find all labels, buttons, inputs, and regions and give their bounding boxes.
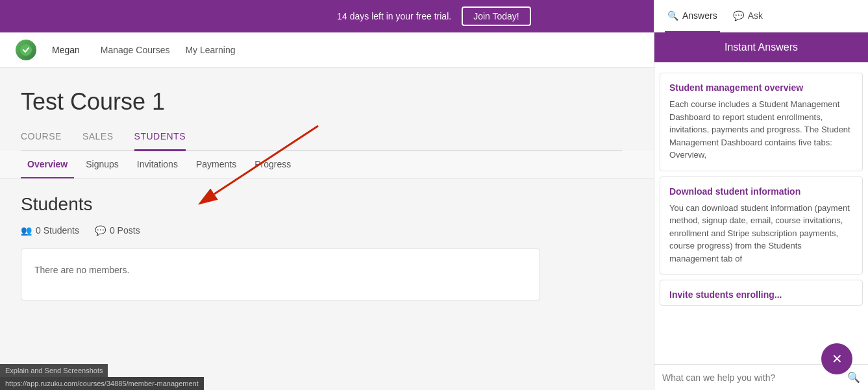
explain-bar: Explain and Send Screenshots bbox=[0, 364, 108, 377]
user-name: Megan bbox=[52, 45, 80, 55]
ia-card-invite[interactable]: Invite students enrolling... bbox=[660, 280, 863, 306]
trial-text: 14 days left in your free trial. bbox=[337, 11, 451, 21]
page-content-wrapper: Test Course 1 COURSE SALES STUDENTS bbox=[0, 67, 643, 151]
instant-answers-panel: 🔍 Answers 💬 Ask Instant Answers Student … bbox=[654, 0, 868, 390]
ia-title-bar: Instant Answers bbox=[654, 32, 868, 62]
sub-tab-invitations[interactable]: Invitations bbox=[130, 151, 184, 178]
ia-card2-text: You can download student information (pa… bbox=[669, 202, 853, 265]
ia-title: Instant Answers bbox=[725, 42, 798, 53]
course-tabs: COURSE SALES STUDENTS bbox=[21, 131, 622, 151]
sub-tab-progress[interactable]: Progress bbox=[248, 151, 297, 178]
ia-card-student-management[interactable]: Student management overview Each course … bbox=[660, 73, 863, 171]
url-bar: https://app.ruzuku.com/courses/34885/mem… bbox=[0, 377, 204, 390]
manage-courses-link[interactable]: Manage Courses bbox=[101, 45, 170, 55]
sub-tab-overview[interactable]: Overview bbox=[21, 151, 74, 178]
ia-tab-answers[interactable]: 🔍 Answers bbox=[665, 0, 720, 32]
main-layout: Test Course 1 COURSE SALES STUDENTS Over… bbox=[0, 67, 868, 390]
my-learning-link[interactable]: My Learning bbox=[185, 45, 235, 55]
nav-links: Manage Courses My Learning bbox=[101, 45, 236, 55]
students-count: 0 Students bbox=[36, 225, 79, 236]
posts-stat: 💬 0 Posts bbox=[95, 225, 140, 236]
svg-point-0 bbox=[20, 44, 32, 56]
members-box: There are no members. bbox=[21, 249, 540, 300]
ia-card1-heading: Student management overview bbox=[669, 82, 853, 93]
tab-course[interactable]: COURSE bbox=[21, 131, 62, 151]
ia-comment-icon: 💬 bbox=[733, 10, 744, 21]
tab-students[interactable]: STUDENTS bbox=[134, 131, 186, 151]
ia-card-download-student[interactable]: Download student information You can dow… bbox=[660, 177, 863, 275]
ia-cards: Student management overview Each course … bbox=[654, 62, 868, 364]
ia-card3-heading: Invite students enrolling... bbox=[669, 289, 853, 300]
ia-search-submit-icon[interactable]: 🔍 bbox=[847, 371, 860, 384]
ia-search-icon: 🔍 bbox=[667, 10, 678, 21]
join-today-button[interactable]: Join Today! bbox=[462, 6, 531, 26]
no-members-text: There are no members. bbox=[34, 265, 129, 275]
students-icon: 👥 bbox=[21, 225, 32, 236]
students-stat: 👥 0 Students bbox=[21, 225, 79, 236]
sub-tab-payments[interactable]: Payments bbox=[190, 151, 243, 178]
ia-tab-ask[interactable]: 💬 Ask bbox=[730, 0, 765, 32]
close-panel-button[interactable]: ✕ bbox=[821, 343, 852, 374]
tab-sales[interactable]: SALES bbox=[82, 131, 114, 151]
page-title: Test Course 1 bbox=[21, 88, 622, 116]
ia-card1-text: Each course includes a Student Managemen… bbox=[669, 98, 853, 162]
logo-icon bbox=[16, 40, 36, 60]
ia-search-input[interactable] bbox=[662, 372, 842, 383]
ia-card2-heading: Download student information bbox=[669, 186, 853, 197]
ia-header-tabs: 🔍 Answers 💬 Ask bbox=[654, 0, 868, 32]
sub-tab-signups[interactable]: Signups bbox=[79, 151, 125, 178]
posts-count: 0 Posts bbox=[110, 225, 140, 236]
posts-icon: 💬 bbox=[95, 225, 106, 236]
